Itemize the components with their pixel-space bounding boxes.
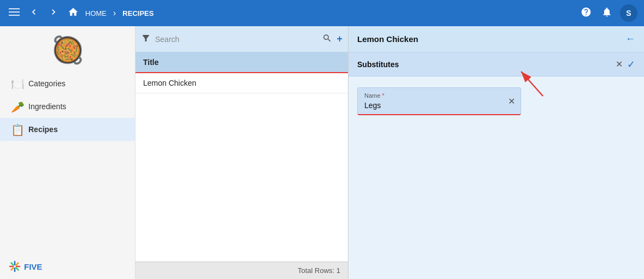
search-input[interactable] [155, 35, 318, 44]
form-area: Name * Legs ✕ [348, 76, 644, 111]
help-icon[interactable] [578, 4, 594, 22]
svg-rect-0 [9, 8, 20, 9]
svg-line-9 [16, 263, 19, 265]
field-value: Legs [364, 101, 514, 110]
breadcrumb-current: RECIPES [122, 9, 153, 17]
table-row[interactable]: Lemon Chicken [135, 73, 348, 93]
panels-container: + Title Lemon Chicken Total Rows: 1 Lemo… [135, 26, 644, 279]
ingredients-icon: 🥕 [11, 100, 23, 112]
logo-image: 🥘 [51, 37, 84, 63]
table-body: Lemon Chicken [135, 73, 348, 262]
notifications-icon[interactable] [599, 4, 615, 22]
five-logo-icon [9, 260, 21, 272]
field-required-marker: * [382, 92, 384, 99]
filter-icon[interactable] [141, 33, 151, 45]
field-clear-button[interactable]: ✕ [508, 96, 515, 106]
table-header: Title [135, 52, 348, 73]
search-bar: + [135, 26, 348, 52]
table-footer: Total Rows: 1 [135, 262, 348, 279]
sidebar-nav: 🍽️ Categories 🥕 Ingredients 📋 Recipes [0, 72, 135, 254]
home-link[interactable]: HOME [85, 9, 107, 17]
sidebar-footer: FIVE [0, 254, 135, 279]
substitutes-confirm-button[interactable]: ✓ [627, 58, 635, 70]
detail-header: Lemon Chicken ← [348, 26, 644, 52]
main-layout: 🥘 🍽️ Categories 🥕 Ingredients 📋 Recipes [0, 26, 644, 279]
detail-back-button[interactable]: ← [625, 33, 635, 45]
forward-icon[interactable] [46, 4, 61, 22]
sidebar-item-categories[interactable]: 🍽️ Categories [0, 72, 135, 95]
svg-line-10 [11, 268, 14, 270]
substitutes-close-button[interactable]: ✕ [616, 59, 623, 69]
home-icon[interactable] [66, 4, 81, 22]
list-panel: + Title Lemon Chicken Total Rows: 1 [135, 26, 348, 279]
svg-line-8 [16, 268, 19, 270]
svg-line-7 [11, 263, 14, 265]
content-area: + Title Lemon Chicken Total Rows: 1 Lemo… [135, 26, 644, 279]
user-avatar[interactable]: S [620, 4, 637, 22]
topbar: HOME › RECIPES S [0, 0, 644, 26]
sidebar-item-recipes[interactable]: 📋 Recipes [0, 118, 135, 141]
substitutes-header: Substitutes ✕ ✓ [348, 52, 644, 76]
field-label: Name * [364, 92, 514, 99]
hamburger-icon[interactable] [7, 4, 22, 22]
svg-rect-2 [9, 15, 20, 16]
substitutes-actions: ✕ ✓ [616, 58, 635, 70]
recipes-icon: 📋 [11, 123, 23, 135]
sidebar-logo: 🥘 [0, 31, 135, 72]
detail-panel: Lemon Chicken ← Substitutes ✕ ✓ Name * [348, 26, 644, 279]
sidebar: 🥘 🍽️ Categories 🥕 Ingredients 📋 Recipes [0, 26, 135, 279]
search-button[interactable] [322, 33, 332, 45]
sidebar-item-ingredients[interactable]: 🥕 Ingredients [0, 95, 135, 118]
name-field: Name * Legs ✕ [357, 87, 521, 115]
breadcrumb-separator: › [113, 8, 116, 18]
back-icon[interactable] [26, 4, 42, 22]
categories-icon: 🍽️ [11, 78, 23, 90]
five-logo: FIVE [9, 260, 42, 272]
svg-rect-1 [9, 11, 20, 13]
detail-title: Lemon Chicken [357, 34, 418, 44]
add-button[interactable]: + [336, 33, 342, 45]
substitutes-title: Substitutes [357, 60, 399, 69]
